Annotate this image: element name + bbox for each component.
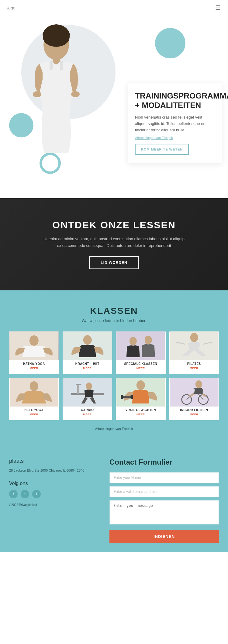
klassen-title: KLASSEN	[9, 306, 219, 316]
lessen-section: ONTDEK ONZE LESSEN Ut enim ad minim veni…	[0, 198, 228, 290]
lessen-description: Ut enim ad minim veniam, quis nostrud ex…	[41, 236, 187, 249]
card-cardio: CARDIO MEER	[63, 378, 112, 420]
svg-rect-4	[60, 61, 63, 70]
klassen-freepik: Afbeeldingen van Freepik	[9, 424, 219, 437]
svg-point-12	[130, 337, 137, 345]
card-special-meer[interactable]: MEER	[116, 367, 166, 370]
social-icons-container: f t i	[9, 490, 100, 498]
card-vrije-gewichten: VRIJE GEWICHTEN MEER	[116, 378, 166, 420]
card-cardio-meer[interactable]: MEER	[63, 413, 112, 416]
card-hete-title: HETE YOGA	[12, 408, 57, 412]
card-hete-yoga: HETE YOGA MEER	[9, 378, 59, 420]
card-pilates-title: PILATES	[172, 362, 217, 365]
card-indoor-title: INDOOR FIETSEN	[172, 408, 217, 412]
svg-rect-28	[121, 395, 123, 399]
card-kracht-title: KRACHT + HIIT	[65, 362, 110, 365]
svg-rect-23	[76, 384, 81, 385]
hero-circle-teal-top	[155, 28, 185, 58]
card-indoor-meer[interactable]: MEER	[169, 413, 219, 416]
svg-rect-22	[77, 384, 79, 394]
hero-card: TRAININGSPROGRAMMA'S + MODALITEITEN Nibh…	[128, 83, 222, 163]
card-speciale-klassen: SPECIALE KLASSEN MEER	[116, 331, 166, 374]
card-kracht-meer[interactable]: MEER	[63, 367, 112, 370]
svg-rect-11	[116, 331, 165, 360]
svg-point-8	[29, 335, 39, 346]
person-illustration	[17, 19, 96, 186]
freepik-link[interactable]: Afbeeldingen van Freepik	[135, 136, 215, 140]
card-cardio-title: CARDIO	[65, 408, 110, 412]
hero-cta-button[interactable]: KOM MEER TE WETEN	[135, 144, 189, 155]
twitter-icon[interactable]: t	[21, 490, 29, 498]
card-hete-meer[interactable]: MEER	[9, 413, 59, 416]
svg-point-6	[71, 91, 80, 97]
card-hatha-yoga: HATHA-YOGA MEER	[9, 331, 59, 374]
footer-right: Contact Formulier INDIENEN	[109, 458, 219, 543]
svg-rect-3	[50, 61, 53, 70]
svg-rect-29	[131, 395, 133, 399]
footer: plaats 28 Jackson Blvd Ste 1000 Chicago,…	[0, 446, 228, 552]
klassen-grid-row1: HATHA-YOGA MEER KRACHT + HIIT MEER	[9, 331, 219, 374]
copyright-text: ©2022 Privacybeleid	[9, 503, 100, 507]
card-pilates: PILATES MEER	[169, 331, 219, 374]
submit-button[interactable]: INDIENEN	[109, 530, 219, 543]
svg-point-10	[83, 335, 92, 345]
klassen-section: KLASSEN Wat wij onze leden te bieden heb…	[0, 290, 228, 446]
address-text: 28 Jackson Blvd Ste 1000 Chicago, IL 606…	[9, 468, 100, 473]
contact-email-input[interactable]	[109, 486, 219, 497]
facebook-icon[interactable]: f	[9, 490, 18, 498]
menu-icon[interactable]: ☰	[215, 4, 221, 12]
svg-point-24	[86, 383, 92, 390]
hero-title: TRAININGSPROGRAMMA'S + MODALITEITEN	[135, 91, 215, 110]
freepik-link-klassen[interactable]: Afbeeldingen van Freepik	[95, 427, 133, 431]
contact-title: Contact Formulier	[109, 458, 219, 467]
card-indoor-fietsen: INDOOR FIETSEN MEER	[169, 378, 219, 420]
svg-point-13	[145, 336, 152, 344]
svg-point-19	[30, 381, 38, 391]
card-vrije-meer[interactable]: MEER	[116, 413, 166, 416]
card-vrije-title: VRIJE GEWICHTEN	[118, 408, 163, 412]
hero-description: Nibh venenatis cras sed felis eget velit…	[135, 114, 215, 133]
hero-section: TRAININGSPROGRAMMA'S + MODALITEITEN Nibh…	[0, 16, 228, 198]
hero-person	[17, 19, 96, 187]
logo: logo	[7, 5, 15, 10]
lid-worden-button[interactable]: LID WORDEN	[89, 256, 139, 269]
klassen-subtitle: Wat wij onze leden te bieden hebben	[9, 318, 219, 323]
volg-title: Volg ons	[9, 481, 100, 486]
navigation: logo ☰	[0, 0, 228, 16]
contact-name-input[interactable]	[109, 472, 219, 483]
card-hatha-title: HATHA-YOGA	[12, 362, 57, 365]
svg-point-26	[136, 380, 145, 390]
card-special-title: SPECIALE KLASSEN	[118, 362, 163, 365]
svg-point-15	[190, 333, 198, 342]
klassen-grid-row2: HETE YOGA MEER CARDIO MEE	[9, 378, 219, 420]
svg-rect-27	[123, 396, 132, 398]
svg-point-38	[195, 380, 202, 388]
contact-message-input[interactable]	[109, 500, 219, 525]
card-pilates-meer[interactable]: MEER	[169, 367, 219, 370]
card-kracht-hiit: KRACHT + HIIT MEER	[63, 331, 112, 374]
instagram-icon[interactable]: i	[32, 490, 41, 498]
card-hatha-meer[interactable]: MEER	[9, 367, 59, 370]
lessen-title: ONTDEK ONZE LESSEN	[52, 220, 176, 231]
footer-left: plaats 28 Jackson Blvd Ste 1000 Chicago,…	[9, 458, 100, 507]
svg-point-5	[33, 91, 41, 97]
location-title: plaats	[9, 458, 100, 464]
